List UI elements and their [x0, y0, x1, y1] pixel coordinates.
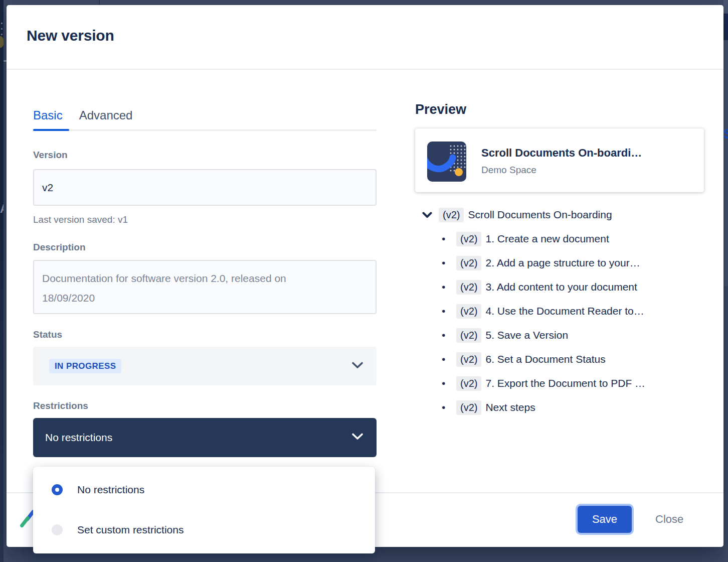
version-badge: (v2) [456, 376, 481, 391]
option-no-restrictions[interactable]: No restrictions [33, 472, 375, 507]
save-button[interactable]: Save [578, 506, 632, 533]
version-badge: (v2) [456, 328, 481, 343]
tree-root-row: (v2) Scroll Documents On-boarding [415, 203, 711, 227]
radio-selected-icon[interactable] [52, 484, 63, 495]
bullet-icon: • [440, 353, 456, 365]
version-badge: (v2) [456, 232, 481, 246]
sidebar-avatar-fragment [0, 36, 4, 48]
version-badge: (v2) [456, 280, 481, 295]
bullet-icon: • [440, 329, 456, 341]
sidebar-dot [1, 28, 3, 30]
dimmed-sidebar-strip: A [0, 0, 4, 562]
description-placeholder: Documentation for software version 2.0, … [42, 268, 323, 308]
bullet-icon: • [440, 233, 456, 245]
preview-heading: Preview [415, 102, 466, 117]
tree-item-title: 6. Set a Document Status [485, 353, 605, 365]
sidebar-letter-fragment: A [0, 202, 4, 216]
bullet-icon: • [440, 281, 456, 293]
sidebar-dot [1, 34, 3, 35]
status-badge: IN PROGRESS [49, 359, 121, 373]
version-badge: (v2) [439, 208, 464, 222]
preview-page-tree: (v2) Scroll Documents On-boarding •(v2)1… [415, 203, 711, 419]
backdrop-seam [99, 0, 100, 5]
restrictions-select[interactable]: No restrictions [33, 418, 377, 457]
dialog-title: New version [27, 27, 114, 44]
tree-item-title: 1. Create a new document [485, 233, 609, 245]
tree-item: •(v2)5. Save a Version [415, 323, 711, 347]
chevron-down-icon [351, 433, 363, 442]
tree-item: •(v2)7. Export the Document to PDF … [415, 371, 711, 395]
scroll-document-icon [427, 142, 466, 182]
tree-item-title: 7. Export the Document to PDF … [485, 377, 645, 389]
active-tab-underline [33, 129, 69, 131]
tree-item: •(v2)3. Add content to your document [415, 275, 711, 299]
screen: { "backdrop": { "sidebar_letter_fragment… [0, 0, 728, 562]
radio-unselected-icon[interactable] [52, 524, 63, 535]
version-input[interactable]: v2 [33, 169, 377, 206]
version-helper-text: Last version saved: v1 [33, 214, 128, 225]
tree-root-title: Scroll Documents On-boarding [468, 209, 612, 221]
tab-basic[interactable]: Basic [33, 108, 63, 122]
tree-item-title: 4. Use the Document Reader to… [485, 305, 644, 317]
dimmed-page-right-strip: S [723, 0, 728, 562]
bullet-icon: • [440, 401, 456, 413]
chevron-down-icon[interactable] [422, 212, 432, 218]
document-preview-card: Scroll Documents On-boardi… Demo Space [415, 128, 704, 192]
tree-item-title: 5. Save a Version [485, 329, 568, 341]
status-select[interactable]: IN PROGRESS [33, 347, 377, 385]
bullet-icon: • [440, 377, 456, 389]
close-button[interactable]: Close [655, 513, 683, 526]
preview-card-title: Scroll Documents On-boardi… [481, 147, 642, 160]
restrictions-value: No restrictions [45, 418, 112, 457]
tree-item: •(v2)1. Create a new document [415, 227, 711, 251]
vendor-logo-icon [20, 516, 31, 528]
chevron-down-icon [351, 362, 363, 371]
tab-track [33, 129, 377, 131]
tree-item: •(v2)4. Use the Document Reader to… [415, 299, 711, 323]
option-label: No restrictions [77, 484, 144, 496]
option-label: Set custom restrictions [77, 524, 184, 536]
bullet-icon: • [440, 257, 456, 269]
page-fragment-block [723, 14, 728, 40]
version-badge: (v2) [456, 400, 481, 415]
header-divider [7, 69, 723, 70]
version-label: Version [33, 150, 68, 161]
tree-item-title: Next steps [485, 401, 535, 413]
bullet-icon: • [440, 305, 456, 317]
new-version-dialog: New version Basic Advanced Version v2 La… [7, 5, 723, 547]
description-textarea[interactable]: Documentation for software version 2.0, … [33, 260, 377, 314]
restrictions-label: Restrictions [33, 400, 88, 411]
tree-item: •(v2)Next steps [415, 395, 711, 419]
version-value: v2 [42, 170, 53, 205]
sidebar-dot [1, 23, 3, 24]
status-label: Status [33, 329, 62, 340]
version-badge: (v2) [456, 352, 481, 367]
tab-advanced[interactable]: Advanced [79, 108, 133, 122]
tree-item: •(v2)2. Add a page structure to your… [415, 251, 711, 275]
page-letter-fragment: S [723, 126, 728, 142]
restrictions-dropdown-menu: No restrictions Set custom restrictions [33, 467, 375, 553]
preview-card-subtitle: Demo Space [481, 165, 536, 176]
description-label: Description [33, 242, 86, 253]
tree-item: •(v2)6. Set a Document Status [415, 347, 711, 371]
page-fragment-band [723, 286, 728, 562]
tree-item-title: 2. Add a page structure to your… [485, 257, 640, 269]
tab-bar: Basic Advanced [33, 108, 132, 122]
tree-item-title: 3. Add content to your document [485, 281, 637, 293]
version-badge: (v2) [456, 304, 481, 319]
option-set-custom-restrictions[interactable]: Set custom restrictions [33, 512, 375, 547]
version-badge: (v2) [456, 256, 481, 270]
